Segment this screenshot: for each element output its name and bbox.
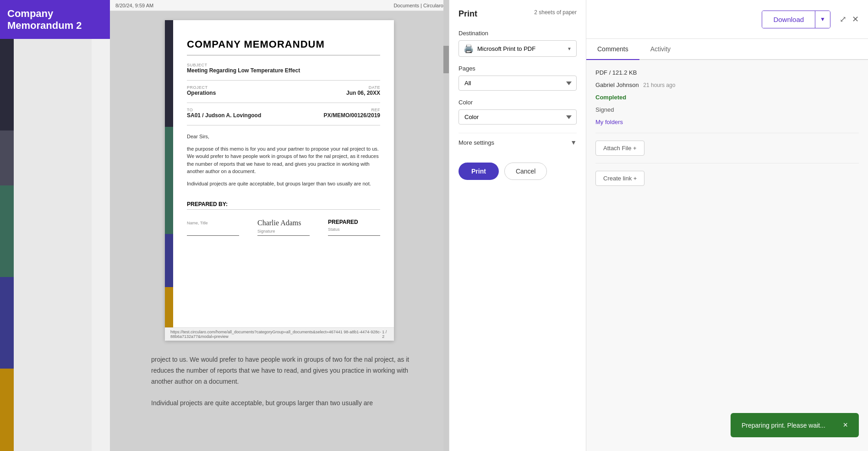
- print-sheets-info: 2 sheets of paper: [534, 9, 577, 16]
- expand-icon[interactable]: ⤢: [840, 14, 846, 24]
- toast-close-button[interactable]: ×: [843, 420, 848, 430]
- my-folders-link[interactable]: My folders: [595, 119, 623, 125]
- doc-url-bar: https://test.circularo.com/home/all_docu…: [165, 327, 394, 341]
- close-icon[interactable]: ✕: [852, 14, 859, 24]
- print-color-label: Color: [459, 99, 577, 106]
- doc-project-value: Operations: [187, 90, 216, 96]
- doc-subject-value: Meeting Regarding Low Temperature Effect: [187, 67, 380, 74]
- tab-activity[interactable]: Activity: [639, 39, 682, 59]
- doc-date-value: Jun 06, 20XX: [346, 90, 380, 96]
- attach-file-button[interactable]: Attach File +: [595, 141, 644, 156]
- print-destination-field: Destination 🖨️ Microsoft Print to PDF ▼: [459, 30, 577, 57]
- doc-date-label: DATE: [346, 85, 380, 90]
- download-chevron-icon: ▼: [820, 16, 825, 22]
- right-tabs: Comments Activity: [586, 39, 868, 60]
- doc-body-para2: Individual projects are quite acceptable…: [187, 180, 380, 188]
- create-link-section: Create link +: [595, 171, 859, 186]
- doc-separator-2: [187, 103, 380, 103]
- tab-comments-label: Comments: [597, 45, 628, 53]
- print-header: Print 2 sheets of paper: [459, 9, 577, 19]
- author-name: Gabriel Johnson: [595, 82, 639, 88]
- bar-green: [0, 185, 14, 277]
- doc-to-ref-row: TO SA01 / Judson A. Lovingood REF PX/MEM…: [187, 108, 380, 119]
- doc-name-block: Name, Title: [187, 219, 239, 236]
- right-panel: Download ▼ ⤢ ✕ Comments Activity PDF / 1…: [586, 0, 868, 451]
- document-page: COMPANY MEMORANDUM SUBJECT Meeting Regar…: [165, 20, 394, 341]
- doc-scrollbar-thumb[interactable]: [443, 46, 449, 73]
- print-pages-wrapper: All: [459, 76, 577, 91]
- doc-prepared-section: PREPARED BY: Name, Title Charlie Adams S…: [187, 201, 380, 236]
- content-divider-1: [595, 133, 859, 133]
- toast-notification: Preparing print. Please wait... ×: [731, 413, 859, 437]
- bar-darkgray: [0, 130, 14, 185]
- bar-blue: [0, 277, 14, 369]
- doc-date-block: DATE Jun 06, 20XX: [346, 85, 380, 96]
- dcb-green: [165, 127, 173, 234]
- file-separator: /: [609, 69, 612, 76]
- doc-prepared-status: PREPARED: [328, 219, 380, 225]
- doc-ref-value: PX/MEMO/00126/2019: [324, 112, 380, 119]
- bg-para2: Individual projects are quite acceptable…: [151, 398, 421, 409]
- doc-project-label: PROJECT: [187, 85, 216, 90]
- signed-status: Signed: [595, 106, 614, 113]
- doc-ref-block: REF PX/MEMO/00126/2019: [324, 108, 380, 119]
- doc-title: COMPANY MEMORANDUM: [187, 38, 380, 55]
- sidebar-color-bars: [0, 39, 14, 451]
- attach-section: Attach File +: [595, 141, 859, 156]
- print-destination-value: Microsoft Print to PDF: [477, 45, 563, 52]
- right-panel-top: Download ▼ ⤢ ✕: [586, 0, 868, 39]
- download-dropdown-button[interactable]: ▼: [815, 11, 830, 28]
- print-pages-label: Pages: [459, 65, 577, 72]
- doc-status-block: PREPARED Status: [328, 219, 380, 236]
- print-panel: Print 2 sheets of paper Destination 🖨️ M…: [449, 0, 586, 451]
- doc-body-para1: the purpose of this memo is for you and …: [187, 145, 380, 175]
- print-title-block: Print: [459, 9, 477, 19]
- download-button[interactable]: Download: [762, 11, 815, 28]
- doc-signature-block: Charlie Adams Signature: [257, 219, 310, 236]
- file-type-value: PDF: [595, 69, 607, 76]
- more-settings-chevron-icon: ▼: [570, 139, 577, 146]
- doc-name-title-label: Name, Title: [187, 221, 239, 225]
- file-size-value: 121.2 KB: [612, 69, 637, 76]
- app-title: Company Memorandum 2: [7, 8, 103, 32]
- tab-comments[interactable]: Comments: [586, 39, 639, 59]
- browser-time: 8/20/24, 9:59 AM: [115, 3, 153, 8]
- doc-preview-area: 8/20/24, 9:59 AM Documents | Circularo C…: [110, 0, 449, 451]
- doc-to-block: TO SA01 / Judson A. Lovingood: [187, 108, 261, 119]
- doc-prepared-label: PREPARED BY:: [187, 201, 380, 210]
- info-status-row: Completed: [595, 94, 859, 101]
- doc-subject-row: SUBJECT Meeting Regarding Low Temperatur…: [187, 63, 380, 74]
- status-completed: Completed: [595, 94, 626, 101]
- print-pages-select[interactable]: All: [459, 76, 577, 91]
- dcb-dark: [165, 20, 173, 127]
- doc-project-date-row: PROJECT Operations DATE Jun 06, 20XX: [187, 85, 380, 96]
- cancel-button[interactable]: Cancel: [504, 163, 547, 180]
- print-pages-field: Pages All: [459, 65, 577, 91]
- print-destination-selector[interactable]: 🖨️ Microsoft Print to PDF ▼: [459, 40, 577, 57]
- info-file-row: PDF / 121.2 KB: [595, 69, 859, 76]
- tab-activity-label: Activity: [650, 45, 671, 53]
- doc-page-num: 1 / 2: [382, 330, 388, 339]
- doc-to-value: SA01 / Judson A. Lovingood: [187, 112, 261, 119]
- doc-signature-label: Signature: [257, 229, 310, 234]
- author-time: 21 hours ago: [643, 82, 675, 88]
- doc-content: COMPANY MEMORANDUM SUBJECT Meeting Regar…: [178, 20, 394, 250]
- doc-sig-row: Name, Title Charlie Adams Signature PREP…: [187, 219, 380, 236]
- doc-signature-script: Charlie Adams: [257, 219, 310, 227]
- download-btn-group: Download ▼: [762, 11, 830, 28]
- print-more-settings[interactable]: More settings ▼: [459, 133, 577, 152]
- print-actions: Print Cancel: [459, 163, 577, 180]
- doc-scrollbar[interactable]: [443, 0, 449, 451]
- print-button[interactable]: Print: [459, 163, 499, 180]
- doc-separator-1: [187, 80, 380, 81]
- print-color-select[interactable]: Color: [459, 109, 577, 125]
- destination-chevron-icon: ▼: [567, 46, 572, 51]
- create-link-button[interactable]: Create link +: [595, 171, 644, 186]
- app-header: Company Memorandum 2: [0, 0, 110, 39]
- bar-gold: [0, 369, 14, 451]
- bg-para1: project to us. We would prefer to have p…: [151, 354, 421, 387]
- doc-ref-label: REF: [324, 108, 380, 112]
- attach-file-label: Attach File +: [603, 145, 637, 152]
- more-settings-label: More settings: [459, 139, 494, 146]
- print-title: Print: [459, 9, 477, 19]
